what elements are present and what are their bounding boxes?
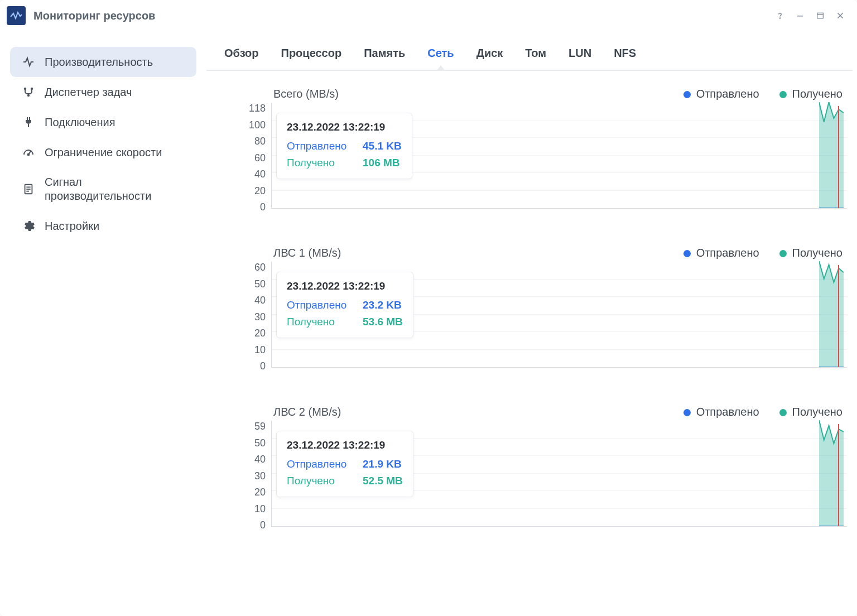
sidebar-item-label: Настройки [45,219,185,233]
document-icon [21,182,36,196]
sidebar-item-label: Сигнал производительности [45,175,185,203]
svg-point-0 [779,18,780,18]
sidebar-item-connections[interactable]: Подключения [10,107,196,137]
legend-sent: Отправлено [683,88,759,100]
sidebar-item-label: Ограничение скорости [45,146,185,160]
chart-legend: ОтправленоПолучено [683,247,847,259]
tab-nfs[interactable]: NFS [613,41,637,70]
tooltip-recv-label: Получено [287,473,353,489]
branch-icon [21,85,36,99]
plug-icon [21,115,36,129]
tooltip-timestamp: 23.12.2022 13:22:19 [287,280,403,292]
y-axis: 6050403020100 [223,262,271,372]
svg-point-8 [27,94,30,97]
tooltip-recv-label: Получено [287,155,353,171]
tooltip-recv-value: 106 MB [363,155,400,171]
time-marker [838,424,839,526]
chart-legend: ОтправленоПолучено [683,406,847,418]
app-icon [7,6,26,25]
tabs: Обзор Процессор Память Сеть Диск Том LUN… [206,31,853,71]
tab-overview[interactable]: Обзор [223,41,260,70]
content-scroll[interactable]: Всего (MB/s)ОтправленоПолучено1181008060… [206,71,853,616]
tooltip-sent-value: 45.1 KB [363,138,402,155]
tooltip-sent-value: 21.9 KB [363,456,402,473]
sidebar-item-task-manager[interactable]: Диспетчер задач [10,77,196,107]
svg-point-6 [24,88,26,90]
gauge-icon [21,145,36,160]
minimize-button[interactable] [790,6,810,26]
chart-tooltip: 23.12.2022 13:22:19Отправлено23.2 KBПолу… [276,272,413,338]
tab-lun[interactable]: LUN [567,41,593,70]
sidebar: Производительность Диспетчер задач Подкл… [0,31,206,616]
legend-recv: Получено [779,247,842,259]
chart-block: ЛВС 1 (MB/s)ОтправленоПолучено6050403020… [223,247,847,372]
svg-rect-9 [28,124,29,127]
chart-legend: ОтправленоПолучено [683,88,847,100]
main-panel: Обзор Процессор Память Сеть Диск Том LUN… [206,31,857,616]
tooltip-recv-value: 53.6 MB [363,314,403,330]
chart-title: Всего (MB/s) [273,88,339,100]
tooltip-sent-label: Отправлено [287,138,353,155]
activity-icon [21,55,36,69]
legend-sent: Отправлено [683,406,759,418]
tooltip-sent-value: 23.2 KB [363,297,402,314]
tab-disk[interactable]: Диск [475,41,504,70]
svg-point-11 [28,154,30,156]
tooltip-timestamp: 23.12.2022 13:22:19 [287,439,403,451]
time-marker [838,265,839,367]
tab-network[interactable]: Сеть [426,41,455,70]
tab-memory[interactable]: Память [363,41,406,70]
tooltip-sent-label: Отправлено [287,297,353,314]
y-axis: 5950403020100 [223,421,271,531]
app-window: Мониторинг ресурсов Производительность Д… [0,0,857,616]
tooltip-sent-label: Отправлено [287,456,353,473]
tooltip-recv-label: Получено [287,314,353,330]
svg-point-7 [31,88,33,90]
chart-plot[interactable]: 23.12.2022 13:22:19Отправлено45.1 KBПолу… [271,103,847,209]
tooltip-recv-value: 52.5 MB [363,473,403,489]
window-title: Мониторинг ресурсов [33,9,155,22]
legend-recv: Получено [779,88,842,100]
chart-title: ЛВС 1 (MB/s) [273,247,341,259]
chart-block: ЛВС 2 (MB/s)ОтправленоПолучено5950403020… [223,406,847,531]
tooltip-timestamp: 23.12.2022 13:22:19 [287,121,402,133]
sidebar-item-perf-signal[interactable]: Сигнал производительности [10,167,196,211]
chart-plot[interactable]: 23.12.2022 13:22:19Отправлено21.9 KBПолу… [271,421,847,527]
gear-icon [21,219,36,233]
chart-block: Всего (MB/s)ОтправленоПолучено1181008060… [223,88,847,213]
tab-cpu[interactable]: Процессор [280,41,343,70]
chart-tooltip: 23.12.2022 13:22:19Отправлено21.9 KBПолу… [276,431,413,497]
time-marker [838,106,839,208]
sidebar-item-label: Подключения [45,116,185,129]
chart-title: ЛВС 2 (MB/s) [273,406,341,418]
close-button[interactable] [830,6,850,26]
help-button[interactable] [770,6,790,26]
sidebar-item-speed-limit[interactable]: Ограничение скорости [10,137,196,167]
sidebar-item-label: Диспетчер задач [45,85,185,99]
maximize-button[interactable] [810,6,830,26]
sidebar-item-performance[interactable]: Производительность [10,47,196,77]
sidebar-item-label: Производительность [45,55,185,69]
svg-rect-2 [817,13,824,18]
chart-plot[interactable]: 23.12.2022 13:22:19Отправлено23.2 KBПолу… [271,262,847,368]
tab-volume[interactable]: Том [524,41,547,70]
sidebar-item-settings[interactable]: Настройки [10,211,196,241]
legend-recv: Получено [779,406,842,418]
y-axis: 118100806040200 [223,103,271,213]
legend-sent: Отправлено [683,247,759,259]
chart-tooltip: 23.12.2022 13:22:19Отправлено45.1 KBПолу… [276,113,412,179]
titlebar: Мониторинг ресурсов [0,0,857,31]
